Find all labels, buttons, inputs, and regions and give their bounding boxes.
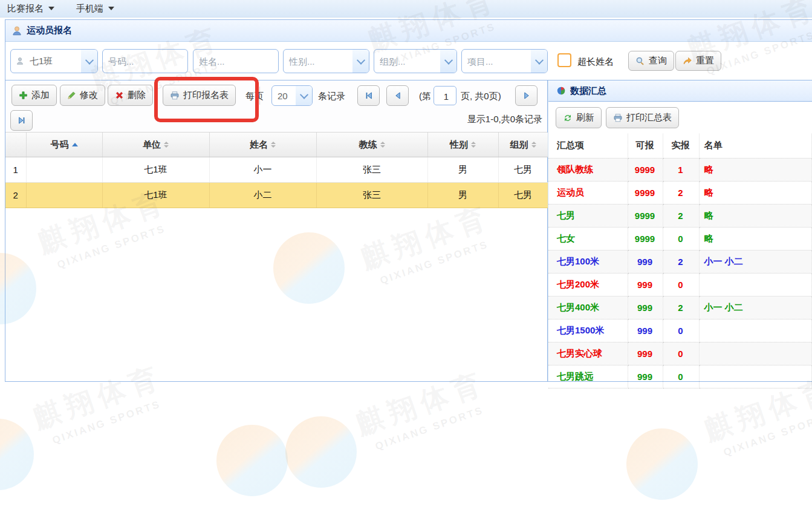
panel-title-bar: 运动员报名 bbox=[5, 20, 812, 42]
summary-row: 七男200米 999 0 bbox=[548, 273, 812, 296]
first-page-button[interactable] bbox=[357, 85, 380, 106]
rownum-header bbox=[5, 133, 26, 157]
chevron-down-icon bbox=[356, 56, 365, 65]
column-header-name[interactable]: 姓名 bbox=[209, 133, 316, 157]
gender-combobox[interactable] bbox=[283, 49, 369, 73]
event-combobox[interactable] bbox=[461, 49, 548, 73]
summary-row: 七男100米 999 2 小一 小二 bbox=[548, 250, 812, 273]
refresh-button[interactable]: 刷新 bbox=[556, 107, 602, 128]
summary-row: 领队教练 9999 1 略 bbox=[548, 158, 812, 181]
watermark-logo bbox=[216, 425, 288, 496]
per-page-label: 每页 bbox=[245, 91, 264, 102]
prev-page-icon bbox=[394, 91, 402, 100]
next-page-button[interactable] bbox=[515, 85, 538, 106]
menu-mobile[interactable]: 手机端 bbox=[76, 3, 114, 15]
event-input[interactable] bbox=[462, 50, 531, 73]
plus-icon bbox=[19, 91, 28, 100]
page-suffix-label: 页, 共0页) bbox=[461, 91, 501, 102]
column-header-coach[interactable]: 教练 bbox=[316, 133, 427, 157]
summary-row: 七男400米 999 2 小一 小二 bbox=[548, 296, 812, 319]
add-button[interactable]: 添加 bbox=[11, 85, 57, 106]
summary-row: 七男 9999 2 略 bbox=[548, 204, 812, 227]
edit-button[interactable]: 修改 bbox=[60, 85, 105, 106]
sort-icon bbox=[164, 142, 169, 148]
long-name-checkbox[interactable] bbox=[557, 53, 571, 67]
athlete-registration-panel: 运动员报名 bbox=[5, 19, 812, 382]
prev-page-button[interactable] bbox=[386, 85, 409, 106]
long-name-label: 超长姓名 bbox=[577, 56, 614, 68]
athlete-registration-app: 比赛报名 手机端 运动员报名 bbox=[0, 0, 812, 521]
printer-icon bbox=[613, 113, 623, 123]
unit-combobox[interactable] bbox=[10, 49, 98, 73]
last-page-icon bbox=[18, 116, 26, 125]
last-page-button[interactable] bbox=[10, 110, 33, 131]
display-info-text: 显示1-0,共0条记录 bbox=[467, 114, 542, 125]
records-label: 条记录 bbox=[318, 91, 345, 102]
search-icon bbox=[635, 56, 645, 66]
first-page-icon bbox=[365, 91, 373, 100]
watermark-logo bbox=[626, 428, 698, 500]
grid-toolbar: 添加 修改 删除 bbox=[5, 80, 547, 133]
sort-icon bbox=[271, 142, 276, 148]
table-row[interactable]: 1 七1班 小一 张三 男 七男 bbox=[5, 157, 548, 183]
summary-row: 七女 9999 0 略 bbox=[548, 227, 812, 250]
group-input[interactable] bbox=[374, 50, 440, 73]
print-form-button[interactable]: 打印报名表 bbox=[163, 85, 236, 106]
summary-title: 数据汇总 bbox=[570, 85, 606, 97]
chevron-down-icon bbox=[299, 91, 308, 99]
page-size-input[interactable] bbox=[272, 86, 296, 105]
page-number-input[interactable] bbox=[434, 87, 458, 106]
top-menu-bar: 比赛报名 手机端 bbox=[0, 0, 812, 18]
summary-header-row: 汇总项 可报 实报 名单 bbox=[548, 134, 812, 158]
column-header-gender[interactable]: 性别 bbox=[427, 133, 498, 157]
unit-value-input[interactable] bbox=[24, 50, 81, 73]
gender-input[interactable] bbox=[284, 50, 352, 73]
filter-bar: 超长姓名 查询 重置 bbox=[5, 42, 812, 80]
page-size-combobox[interactable] bbox=[271, 85, 313, 106]
watermark-logo bbox=[0, 419, 34, 490]
data-summary-panel: 数据汇总 刷新 bbox=[548, 80, 812, 381]
menu-label: 手机端 bbox=[76, 3, 103, 15]
summary-row: 运动员 9999 2 略 bbox=[548, 181, 812, 204]
summary-title-bar: 数据汇总 bbox=[548, 80, 812, 102]
chevron-down-icon bbox=[108, 7, 114, 10]
summary-table: 汇总项 可报 实报 名单 领队教练 9999 1 略 运动员 9999 bbox=[548, 134, 812, 388]
combo-arrow-button[interactable] bbox=[296, 86, 312, 105]
chevron-down-icon bbox=[85, 56, 93, 65]
menu-competition-registration[interactable]: 比赛报名 bbox=[7, 3, 54, 15]
sort-icon bbox=[380, 142, 385, 148]
reset-arrow-icon bbox=[683, 56, 692, 66]
column-header-unit[interactable]: 单位 bbox=[102, 133, 209, 157]
name-input[interactable] bbox=[193, 50, 278, 73]
summary-toolbar: 刷新 打印汇总表 bbox=[548, 102, 812, 134]
sort-icon bbox=[471, 142, 476, 148]
red-x-icon bbox=[115, 91, 124, 100]
number-input[interactable] bbox=[103, 50, 187, 73]
table-header-row: 号码 单位 姓名 教练 bbox=[5, 133, 548, 157]
content-area: 添加 修改 删除 bbox=[5, 80, 812, 381]
chevron-down-icon bbox=[444, 56, 452, 65]
combo-arrow-button[interactable] bbox=[81, 50, 97, 73]
name-filter[interactable] bbox=[193, 49, 279, 73]
chevron-down-icon bbox=[534, 56, 543, 65]
search-button[interactable]: 查询 bbox=[628, 51, 674, 71]
print-summary-button[interactable]: 打印汇总表 bbox=[606, 107, 679, 128]
next-page-icon bbox=[522, 91, 531, 100]
reset-button[interactable]: 重置 bbox=[675, 51, 721, 71]
combo-arrow-button[interactable] bbox=[352, 50, 369, 73]
group-combobox[interactable] bbox=[374, 49, 457, 73]
page-number-box[interactable] bbox=[434, 86, 456, 105]
delete-button[interactable]: 删除 bbox=[108, 85, 153, 106]
summary-row: 七男实心球 999 0 bbox=[548, 342, 812, 365]
sort-ascending-icon bbox=[72, 143, 78, 146]
refresh-icon bbox=[563, 113, 573, 123]
table-row-selected[interactable]: 2 七1班 小二 张三 男 七男 bbox=[5, 183, 548, 208]
number-filter[interactable] bbox=[102, 49, 188, 73]
pencil-icon bbox=[67, 91, 76, 100]
combo-arrow-button[interactable] bbox=[531, 50, 547, 73]
menu-label: 比赛报名 bbox=[7, 3, 44, 15]
combo-arrow-button[interactable] bbox=[440, 50, 456, 73]
column-header-group[interactable]: 组别 bbox=[498, 133, 548, 157]
column-header-number[interactable]: 号码 bbox=[26, 133, 102, 157]
pie-chart-icon bbox=[556, 86, 566, 96]
